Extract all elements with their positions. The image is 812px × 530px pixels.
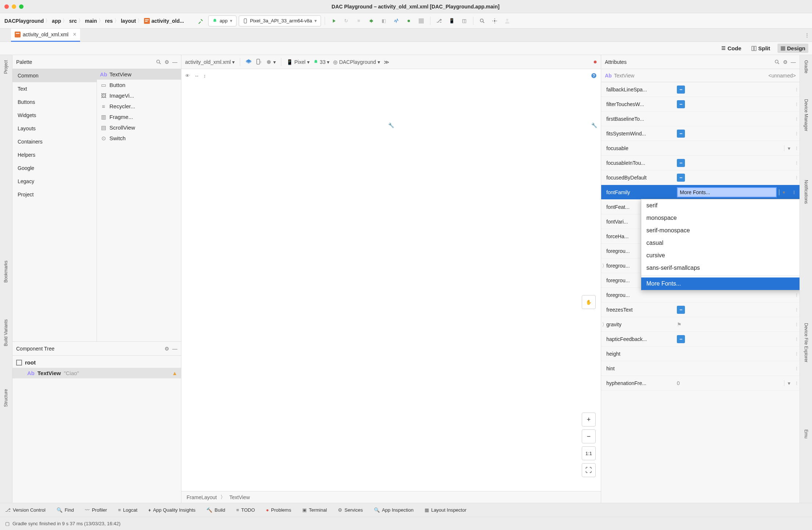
tree-child[interactable]: Ab TextView "Ciao" ▲ xyxy=(12,368,181,378)
bc-item[interactable]: res xyxy=(105,18,113,24)
collapse-icon[interactable]: — xyxy=(172,346,177,352)
attr-value-cell[interactable]: ⁞ xyxy=(675,351,800,357)
font-family-combo[interactable]: More Fonts... xyxy=(677,187,777,197)
gear-icon[interactable]: ⚙ xyxy=(165,346,169,352)
attr-value-cell[interactable]: −⁞ xyxy=(675,335,800,343)
theme-picker[interactable]: ◎ DACPlayground ▾ xyxy=(333,59,380,65)
maximize-window[interactable] xyxy=(19,4,24,9)
zoom-out[interactable]: − xyxy=(582,429,596,443)
device-manager-tool[interactable]: Device Manager xyxy=(804,99,809,131)
expand-icon[interactable]: 〉 xyxy=(602,322,607,327)
palette-category[interactable]: Common xyxy=(12,69,97,82)
api-picker[interactable]: 33 ▾ xyxy=(313,59,330,65)
attach-debugger-icon[interactable] xyxy=(404,16,414,26)
collapse-icon[interactable]: — xyxy=(791,59,796,65)
attr-value-cell[interactable]: ⚑⁞ xyxy=(675,322,800,327)
attr-row[interactable]: 〉gravity⚑⁞ xyxy=(601,317,800,332)
more-icon[interactable]: ≫ xyxy=(384,59,389,65)
attr-value-cell[interactable]: −⁞ xyxy=(675,130,800,138)
attr-row[interactable]: focusedByDefault−⁞ xyxy=(601,170,800,185)
attr-value-cell[interactable]: −⁞ xyxy=(675,100,800,108)
view-design[interactable]: Design xyxy=(777,44,808,53)
view-code[interactable]: Code xyxy=(718,44,744,53)
tab-close-icon[interactable]: × xyxy=(71,31,76,38)
device-selector[interactable]: Pixel_3a_API_33_arm64-v8a ▾ xyxy=(239,15,321,26)
hammer-icon[interactable] xyxy=(196,16,206,26)
bottom-tab[interactable]: ⎇Version Control xyxy=(5,507,46,513)
stop-button[interactable] xyxy=(416,16,426,26)
structure-tool[interactable]: Structure xyxy=(3,389,8,407)
attr-row[interactable]: height⁞ xyxy=(601,346,800,361)
device-file-explorer-tool[interactable]: Device File Explorer xyxy=(804,323,809,362)
bottom-tab[interactable]: ▦Layout Inspector xyxy=(425,507,466,513)
coverage-icon[interactable]: ◧ xyxy=(379,16,389,26)
warning-icon[interactable]: ▲ xyxy=(172,370,177,376)
avd-icon[interactable]: ◫ xyxy=(459,16,469,26)
editor-tab[interactable]: activity_old_xml.xml × xyxy=(11,29,80,42)
minimize-window[interactable] xyxy=(12,4,16,9)
palette-item[interactable]: ▥Fragme... xyxy=(97,112,181,122)
apply-changes-icon[interactable]: ↻ xyxy=(341,16,351,26)
close-window[interactable] xyxy=(4,4,9,9)
attr-row[interactable]: hapticFeedback...−⁞ xyxy=(601,332,800,346)
bottom-tab[interactable]: ▣Terminal xyxy=(302,507,327,513)
palette-item[interactable]: ⊙Switch xyxy=(97,133,181,144)
zoom-in[interactable]: + xyxy=(582,413,596,426)
param-tag-icon[interactable]: − xyxy=(677,306,685,314)
bottom-tab[interactable]: 🔍App Inspection xyxy=(374,507,414,513)
palette-category[interactable]: Helpers xyxy=(12,148,97,161)
palette-item[interactable]: 🖼ImageVi... xyxy=(97,90,181,101)
palette-item[interactable]: ▤ScrollView xyxy=(97,122,181,133)
font-option[interactable]: serif-monospace xyxy=(641,224,800,237)
notifications-tool[interactable]: Notifications xyxy=(804,180,809,204)
font-option[interactable]: serif xyxy=(641,199,800,212)
bc-item[interactable]: app xyxy=(52,18,61,24)
font-option[interactable]: monospace xyxy=(641,212,800,224)
bottom-tab[interactable]: ≡Logcat xyxy=(118,507,137,513)
crumb-item[interactable]: FrameLayout xyxy=(187,494,217,500)
bc-item[interactable]: layout xyxy=(121,18,136,24)
emulator-tool[interactable]: Emu xyxy=(804,429,809,439)
more-fonts-option[interactable]: More Fonts... xyxy=(641,277,800,290)
run-button[interactable] xyxy=(329,16,339,26)
search-icon[interactable] xyxy=(477,16,487,26)
palette-category[interactable]: Layouts xyxy=(12,122,97,135)
attr-row[interactable]: fallbackLineSpa...−⁞ xyxy=(601,82,800,97)
surface-icon[interactable] xyxy=(245,59,252,65)
help-icon[interactable]: ? xyxy=(591,72,597,79)
flag-icon[interactable]: ⚑ xyxy=(677,322,682,327)
param-tag-icon[interactable]: − xyxy=(677,174,685,182)
attr-row[interactable]: hint⁞ xyxy=(601,361,800,376)
project-tool[interactable]: Project xyxy=(3,60,8,74)
attr-row[interactable]: focusableInTou...−⁞ xyxy=(601,156,800,170)
pan-icon[interactable]: ✋ xyxy=(582,295,596,309)
attr-value-cell[interactable]: ▾⁞ xyxy=(675,145,800,151)
param-tag-icon[interactable]: − xyxy=(677,335,685,343)
attr-value-cell[interactable]: ⁞ xyxy=(675,116,800,122)
palette-category[interactable]: Text xyxy=(12,82,97,95)
device-picker[interactable]: 📱 Pixel ▾ xyxy=(286,59,309,65)
crumb-item[interactable]: TextView xyxy=(229,494,250,500)
zoom-fit[interactable]: ⛶ xyxy=(582,463,596,477)
param-tag-icon[interactable]: − xyxy=(677,130,685,138)
user-icon[interactable] xyxy=(502,16,512,26)
expand-icon[interactable]: 〉 xyxy=(602,263,607,269)
sync-icon[interactable]: 📱 xyxy=(447,16,457,26)
bc-item[interactable]: src xyxy=(69,18,77,24)
settings-icon[interactable] xyxy=(490,16,500,26)
attr-value-cell[interactable]: −⁞ xyxy=(675,174,800,182)
attr-value-cell[interactable]: −⁞ xyxy=(675,159,800,167)
file-selector[interactable]: activity_old_xml.xml ▾ xyxy=(185,59,235,65)
gradle-tool[interactable]: Gradle xyxy=(804,60,809,73)
attr-value-cell[interactable]: −⁞ xyxy=(675,86,800,94)
debug-button[interactable] xyxy=(366,16,376,26)
zoom-reset[interactable]: 1:1 xyxy=(582,446,596,460)
view-split[interactable]: Split xyxy=(748,44,773,53)
git-icon[interactable]: ⎇ xyxy=(434,16,444,26)
palette-category[interactable]: Containers xyxy=(12,135,97,148)
palette-category[interactable]: Widgets xyxy=(12,109,97,122)
collapse-icon[interactable]: — xyxy=(172,59,177,65)
arrows-icon[interactable]: ↔ xyxy=(194,73,199,79)
tree-root[interactable]: root xyxy=(12,357,181,368)
bottom-tab[interactable]: ≡TODO xyxy=(236,507,255,513)
